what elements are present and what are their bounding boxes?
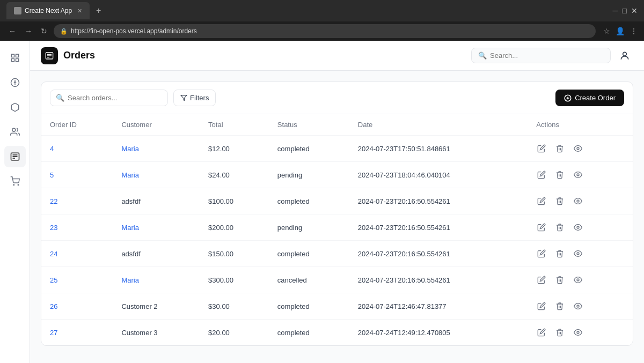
bookmark-button[interactable]: ☆ [603, 27, 610, 35]
edit-button[interactable] [536, 248, 547, 259]
url-bar[interactable]: 🔒 https://fin-open-pos.vercel.app/admin/… [54, 24, 596, 38]
view-button[interactable] [573, 143, 583, 154]
customer-link[interactable]: Maria [121, 145, 139, 153]
delete-button[interactable] [554, 143, 565, 154]
profile-button[interactable]: 👤 [616, 27, 625, 35]
delete-button[interactable] [554, 196, 565, 206]
view-button[interactable] [573, 196, 583, 206]
order-status: pending [269, 214, 349, 241]
order-id-link[interactable]: 24 [50, 250, 57, 258]
order-status: completed [269, 241, 349, 267]
browser-tab[interactable]: Create Next App ✕ [6, 2, 90, 19]
reload-button[interactable]: ↻ [39, 26, 49, 36]
forward-button[interactable]: → [23, 26, 34, 36]
order-date: 2024-07-23T18:04:46.040104 [349, 162, 528, 188]
edit-button[interactable] [536, 143, 547, 154]
order-date: 2024-07-23T20:16:50.554261 [349, 214, 528, 241]
edit-button[interactable] [536, 196, 547, 206]
order-id-link[interactable]: 27 [50, 329, 57, 337]
global-search-bar[interactable]: 🔍 [471, 48, 611, 63]
delete-button[interactable] [554, 222, 565, 233]
order-id-link[interactable]: 22 [50, 197, 57, 205]
sidebar-item-orders[interactable] [4, 146, 26, 167]
order-date: 2024-07-23T20:16:50.554261 [349, 241, 528, 267]
svg-point-24 [577, 147, 579, 150]
customer-link[interactable]: Maria [121, 171, 139, 179]
sidebar: $ [0, 41, 30, 363]
table-header-row: Order ID Customer Total Status Date Acti… [41, 114, 633, 136]
order-total: $150.00 [200, 241, 269, 267]
view-button[interactable] [573, 248, 583, 259]
delete-button[interactable] [554, 169, 565, 180]
order-id-link[interactable]: 23 [50, 224, 57, 232]
svg-rect-2 [11, 59, 14, 62]
user-profile-button[interactable] [616, 47, 633, 64]
orders-search-bar[interactable]: 🔍 [50, 90, 168, 106]
svg-point-25 [577, 174, 579, 176]
create-order-button[interactable]: Create Order [555, 90, 624, 106]
edit-button[interactable] [536, 301, 547, 312]
sidebar-item-sales[interactable]: $ [4, 72, 26, 93]
view-button[interactable] [573, 275, 583, 285]
delete-button[interactable] [554, 301, 565, 312]
orders-search-input[interactable] [68, 94, 159, 102]
delete-button[interactable] [554, 327, 565, 338]
view-button[interactable] [573, 327, 583, 338]
order-id-link[interactable]: 25 [50, 276, 57, 284]
close-button[interactable]: ✕ [631, 6, 638, 15]
new-tab-button[interactable]: + [96, 6, 101, 16]
menu-button[interactable]: ⋮ [630, 27, 638, 35]
edit-button[interactable] [536, 169, 547, 180]
svg-point-29 [577, 279, 579, 281]
order-id-link[interactable]: 5 [50, 171, 54, 179]
order-date: 2024-07-23T20:16:50.554261 [349, 267, 528, 293]
sidebar-item-dashboard[interactable] [4, 47, 26, 69]
window-controls: ─ □ ✕ [613, 6, 638, 15]
svg-rect-1 [16, 54, 18, 57]
order-actions [528, 162, 633, 188]
back-button[interactable]: ← [6, 26, 18, 36]
order-total: $12.00 [200, 136, 269, 162]
minimize-button[interactable]: ─ [613, 6, 618, 15]
col-customer: Customer [113, 114, 200, 136]
edit-button[interactable] [536, 222, 547, 233]
order-total: $30.00 [200, 293, 269, 320]
orders-card: 🔍 Filters [41, 82, 633, 346]
global-search-input[interactable] [490, 51, 603, 60]
action-buttons [536, 275, 624, 285]
sidebar-item-products[interactable] [4, 97, 26, 118]
customer-name: adsfdf [113, 241, 200, 267]
sidebar-item-cart[interactable] [4, 171, 26, 192]
order-actions [528, 267, 633, 293]
action-buttons [536, 143, 624, 154]
order-status: completed [269, 136, 349, 162]
tab-favicon [14, 7, 21, 14]
order-total: $200.00 [200, 214, 269, 241]
order-id-link[interactable]: 26 [50, 302, 57, 310]
customer-link[interactable]: Maria [121, 224, 139, 232]
view-button[interactable] [573, 222, 583, 233]
table-row: 5Maria$24.00pending2024-07-23T18:04:46.0… [41, 162, 633, 188]
svg-rect-3 [16, 59, 18, 62]
order-id-link[interactable]: 4 [50, 145, 54, 153]
view-button[interactable] [573, 301, 583, 312]
edit-button[interactable] [536, 327, 547, 338]
sidebar-item-customers[interactable] [4, 121, 26, 143]
delete-button[interactable] [554, 275, 565, 285]
filter-button[interactable]: Filters [173, 90, 216, 106]
create-order-label: Create Order [575, 94, 616, 102]
tab-close-button[interactable]: ✕ [77, 8, 82, 14]
maximize-button[interactable]: □ [623, 6, 627, 15]
delete-button[interactable] [554, 248, 565, 259]
page-title: Orders [63, 50, 471, 61]
view-button[interactable] [573, 169, 583, 180]
order-actions [528, 188, 633, 214]
customer-name: adsfdf [113, 188, 200, 214]
order-status: pending [269, 162, 349, 188]
edit-button[interactable] [536, 275, 547, 285]
browser-chrome: Create Next App ✕ + ─ □ ✕ [0, 0, 644, 21]
customer-name: Customer 3 [113, 320, 200, 346]
customer-link[interactable]: Maria [121, 276, 139, 284]
order-date: 2024-07-24T12:46:47.81377 [349, 293, 528, 320]
order-actions [528, 293, 633, 320]
